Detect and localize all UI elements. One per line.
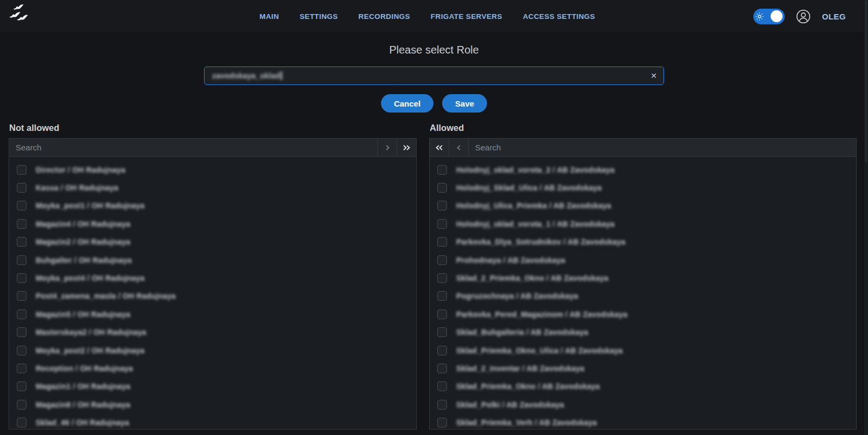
- item-checkbox[interactable]: [17, 364, 27, 373]
- list-item[interactable]: Holodnyj_sklad_vorota_2 / AB Zavodskaya: [437, 161, 856, 179]
- item-label: Holodnyj_sklad_vorota_2 / AB Zavodskaya: [456, 166, 615, 174]
- item-checkbox[interactable]: [17, 418, 27, 427]
- item-checkbox[interactable]: [437, 346, 447, 355]
- username[interactable]: OLEG: [822, 12, 846, 21]
- not-allowed-column: Not allowed: [9, 123, 417, 430]
- item-label: Buhgalter / OH Radujnaya: [36, 256, 132, 265]
- item-checkbox[interactable]: [17, 346, 27, 355]
- list-item[interactable]: Magazin5 / OH Radujnaya: [17, 305, 416, 323]
- item-checkbox[interactable]: [17, 255, 27, 265]
- item-checkbox[interactable]: [17, 237, 27, 247]
- item-checkbox[interactable]: [17, 381, 27, 391]
- list-item[interactable]: Sklad_Polki / AB Zavodskaya: [437, 396, 856, 413]
- transfer-lists: Not allowed: [9, 123, 868, 430]
- list-item[interactable]: Magazin1 / OH Radujnaya: [17, 378, 416, 396]
- item-checkbox[interactable]: [17, 165, 27, 175]
- allowed-title: Allowed: [430, 123, 857, 133]
- nav-item-frigate-servers[interactable]: FRIGATE SERVERS: [431, 12, 502, 21]
- move-selected-right-button[interactable]: [377, 139, 397, 156]
- role-name-value: zavodskaya_sklad: [212, 71, 282, 80]
- item-checkbox[interactable]: [437, 183, 447, 193]
- nav-item-access-settings[interactable]: ACCESS SETTINGS: [523, 12, 595, 21]
- move-all-left-button[interactable]: [430, 139, 449, 156]
- theme-toggle[interactable]: [753, 9, 785, 24]
- move-selected-left-button[interactable]: [449, 139, 469, 156]
- list-item[interactable]: Holodnyj_sklad_vorota_1 / AB Zavodskaya: [437, 215, 856, 233]
- item-checkbox[interactable]: [437, 291, 447, 301]
- list-item[interactable]: Prohodnaya / AB Zavodskaya: [437, 251, 856, 269]
- item-checkbox[interactable]: [17, 219, 27, 229]
- move-all-right-button[interactable]: [397, 139, 416, 156]
- allowed-column: Allowed: [429, 123, 857, 430]
- list-item[interactable]: Holodnyj_Ulica_Priemka / AB Zavodskaya: [437, 197, 856, 215]
- list-item[interactable]: Moyka_post4 / OH Radujnaya: [17, 269, 416, 287]
- list-item[interactable]: Sklad_Priemka_Okno_Ulica / AB Zavodskaya: [437, 341, 856, 359]
- item-checkbox[interactable]: [437, 255, 447, 265]
- item-checkbox[interactable]: [17, 309, 27, 319]
- item-label: Sklad_2_Priemka_Okno / AB Zavodskaya: [456, 274, 608, 282]
- item-checkbox[interactable]: [17, 201, 27, 210]
- page-scrollbar[interactable]: [864, 0, 868, 435]
- not-allowed-search-input[interactable]: [9, 139, 377, 156]
- item-checkbox[interactable]: [17, 273, 27, 283]
- navbar: MAIN SETTINGS RECORDINGS FRIGATE SERVERS…: [0, 0, 868, 32]
- save-button[interactable]: Save: [442, 94, 487, 113]
- item-label: Sklad_Polki / AB Zavodskaya: [456, 400, 564, 409]
- item-checkbox[interactable]: [437, 418, 447, 427]
- item-checkbox[interactable]: [17, 291, 27, 301]
- list-item[interactable]: Sklad_2_Priemka_Okno / AB Zavodskaya: [437, 269, 856, 287]
- allowed-search-input[interactable]: [469, 139, 856, 156]
- item-checkbox[interactable]: [437, 309, 447, 319]
- list-item[interactable]: Buhgalter / OH Radujnaya: [17, 251, 416, 269]
- item-checkbox[interactable]: [437, 327, 447, 337]
- list-item[interactable]: Sklad_Buhgalteria / AB Zavodskaya: [437, 324, 856, 341]
- item-label: Masterskaya2 / OH Radujnaya: [36, 328, 147, 337]
- clear-input-icon[interactable]: ✕: [650, 67, 657, 84]
- item-label: Prohodnaya / AB Zavodskaya: [456, 256, 565, 265]
- role-name-input[interactable]: zavodskaya_sklad ✕: [204, 67, 664, 85]
- item-checkbox[interactable]: [17, 183, 27, 193]
- list-item[interactable]: Sklad_Priemka_Verh / AB Zavodskaya: [437, 413, 856, 429]
- list-item[interactable]: Post4_zamena_masla / OH Radujnaya: [17, 287, 416, 305]
- list-item[interactable]: Moyka_post1 / OH Radujnaya: [17, 197, 416, 215]
- list-item[interactable]: Pogruzochnaya / AB Zavodskaya: [437, 287, 856, 305]
- list-item[interactable]: Holodnyj_Sklad_Ulica / AB Zavodskaya: [437, 179, 856, 196]
- item-checkbox[interactable]: [437, 237, 447, 247]
- frigate-birds-logo[interactable]: [8, 4, 31, 29]
- list-item[interactable]: Reception / OH Radujnaya: [17, 359, 416, 377]
- list-item[interactable]: Director / OH Radujnaya: [17, 161, 416, 179]
- item-checkbox[interactable]: [437, 381, 447, 391]
- item-checkbox[interactable]: [437, 201, 447, 210]
- list-item[interactable]: Sklad_46 / OH Radujnaya: [17, 413, 416, 429]
- page-scrollbar-thumb[interactable]: [865, 0, 867, 162]
- list-item[interactable]: Kassa / OH Radujnaya: [17, 179, 416, 196]
- nav-item-main[interactable]: MAIN: [260, 12, 279, 21]
- item-checkbox[interactable]: [437, 219, 447, 229]
- list-item[interactable]: Sklad_Priemka_Okno / AB Zavodskaya: [437, 378, 856, 396]
- allowed-panel: Holodnyj_sklad_vorota_2 / AB Zavodskaya …: [429, 138, 857, 430]
- list-item[interactable]: Magazin4 / OH Radujnaya: [17, 215, 416, 233]
- item-checkbox[interactable]: [17, 327, 27, 337]
- item-checkbox[interactable]: [437, 364, 447, 373]
- user-avatar-icon[interactable]: [796, 9, 811, 24]
- nav-item-settings[interactable]: SETTINGS: [300, 12, 338, 21]
- item-checkbox[interactable]: [437, 165, 447, 175]
- allowed-header: [430, 139, 856, 157]
- item-checkbox[interactable]: [437, 273, 447, 283]
- toggle-knob[interactable]: [771, 10, 782, 22]
- list-item[interactable]: Moyka_post2 / OH Radujnaya: [17, 341, 416, 359]
- item-checkbox[interactable]: [17, 400, 27, 410]
- form-buttons: Cancel Save: [0, 94, 868, 113]
- list-item[interactable]: Parkovka_Dlya_Sotrudnikov / AB Zavodskay…: [437, 233, 856, 251]
- item-label: Holodnyj_sklad_vorota_1 / AB Zavodskaya: [456, 220, 615, 228]
- item-checkbox[interactable]: [437, 400, 447, 410]
- cancel-button[interactable]: Cancel: [381, 94, 433, 113]
- item-label: Kassa / OH Radujnaya: [36, 183, 119, 192]
- list-item[interactable]: Masterskaya2 / OH Radujnaya: [17, 324, 416, 341]
- list-item[interactable]: Magazin2 / OH Radujnaya: [17, 233, 416, 251]
- list-item[interactable]: Magazin8 / OH Radujnaya: [17, 396, 416, 413]
- not-allowed-header: [9, 139, 416, 157]
- nav-item-recordings[interactable]: RECORDINGS: [358, 12, 410, 21]
- list-item[interactable]: Parkovka_Pered_Magazinom / AB Zavodskaya: [437, 305, 856, 323]
- list-item[interactable]: Sklad_2_Inventar / AB Zavodskaya: [437, 359, 856, 377]
